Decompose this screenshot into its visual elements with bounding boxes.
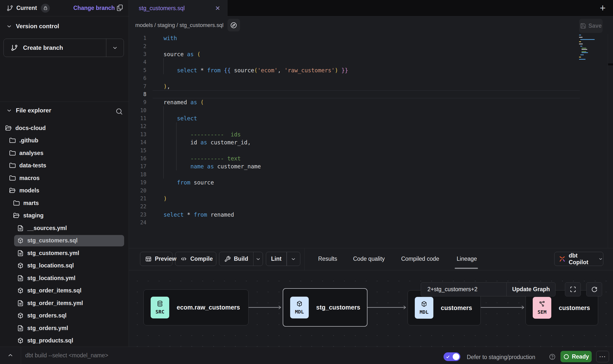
ring-icon [563, 354, 569, 360]
tree-file[interactable]: stg_orders.yml [0, 322, 129, 335]
copy-branch-icon[interactable] [116, 4, 124, 13]
fullscreen-button[interactable] [565, 282, 581, 296]
lineage-graph-panel[interactable]: SRCecom.raw_customersMDLstg_customersMDL… [129, 271, 613, 347]
code-line[interactable]: 16 ---------- text [129, 155, 608, 162]
code-line[interactable]: 12 [129, 122, 608, 130]
code-line[interactable]: 13 ---------- ids [129, 130, 608, 138]
compile-button[interactable]: Compile [175, 252, 216, 266]
tree-file[interactable]: stg_order_items.sql [0, 285, 129, 297]
code-line[interactable]: 1with [129, 34, 608, 42]
lock-icon [43, 6, 48, 10]
lint-menu-button[interactable] [287, 256, 300, 262]
build-menu-button[interactable] [253, 256, 263, 262]
line-number: 18 [129, 172, 151, 178]
update-graph-button[interactable]: Update Graph [507, 283, 555, 296]
fullscreen-icon [570, 286, 576, 293]
file-tree: docs-cloud.githubanalysesdata-testsmacro… [0, 122, 129, 347]
tree-file[interactable]: stg_locations.yml [0, 272, 129, 285]
code-line[interactable]: 20 [129, 186, 608, 194]
lineage-node-mdl-stg-customers[interactable]: MDLstg_customers [283, 288, 367, 327]
dbt-ide-app: Current Change branch stg_customers.sql … [0, 0, 613, 364]
code-line[interactable]: 11 select [129, 114, 608, 122]
code-line[interactable]: 18 [129, 171, 608, 179]
tab-results[interactable]: Results [318, 256, 337, 262]
create-branch-button[interactable]: Create branch [3, 39, 124, 57]
tree-file[interactable]: stg_customers.sql [0, 234, 129, 247]
tree-file[interactable]: stg_customers.yml [0, 247, 129, 260]
code-text: name as customer_name [153, 163, 261, 170]
code-line[interactable]: 22 [129, 203, 608, 210]
lineage-edge [367, 307, 406, 308]
code-text: renamed as ( [153, 99, 204, 105]
tree-folder[interactable]: docs-cloud [0, 122, 129, 134]
tree-file[interactable]: stg_products.sql [0, 335, 129, 347]
section-title: Version control [16, 23, 59, 30]
tree-folder[interactable]: analyses [0, 147, 129, 159]
code-line[interactable]: 3source as ( [129, 50, 608, 58]
new-tab-button[interactable]: + [600, 3, 606, 13]
code-line[interactable]: 5 select * from {{ source('ecom', 'raw_c… [129, 66, 608, 74]
tab-compiled-code[interactable]: Compiled code [401, 256, 439, 262]
code-line[interactable]: 19 from source [129, 179, 608, 186]
tree-folder[interactable]: models [0, 184, 129, 197]
more-options-button[interactable]: ⋯ [596, 351, 609, 362]
code-line[interactable]: 23select * from renamed [129, 211, 608, 219]
copilot-compass-button[interactable] [227, 19, 240, 31]
line-number: 17 [129, 163, 151, 169]
tree-file[interactable]: __sources.yml [0, 222, 129, 234]
cube-icon [17, 237, 24, 244]
defer-toggle[interactable] [444, 352, 460, 361]
tree-file[interactable]: stg_locations.sql [0, 260, 129, 272]
tree-folder[interactable]: staging [0, 209, 129, 222]
version-control-section-header[interactable]: Version control [0, 21, 129, 32]
code-line[interactable]: 4 [129, 58, 608, 66]
tree-folder[interactable]: macros [0, 172, 129, 184]
dbt-copilot-button[interactable]: dbt Copilot [554, 252, 603, 266]
tree-folder[interactable]: marts [0, 197, 129, 209]
minimap[interactable] [579, 35, 596, 62]
cube-icon [17, 337, 24, 344]
section-title: File explorer [16, 107, 51, 114]
status-badge[interactable]: Ready [560, 351, 592, 362]
line-number: 5 [129, 67, 151, 73]
save-icon [580, 23, 586, 29]
tab-code-quality[interactable]: Code quality [353, 256, 385, 262]
tree-file[interactable]: stg_orders.sql [0, 310, 129, 322]
code-line[interactable]: 21) [129, 195, 608, 203]
collapse-panel-button[interactable] [7, 352, 14, 360]
change-branch-link[interactable]: Change branch [73, 5, 115, 11]
code-line[interactable]: 24 [129, 219, 608, 227]
code-line[interactable]: 14 id as customer_id, [129, 138, 608, 146]
code-line[interactable]: 15 [129, 146, 608, 154]
code-editor[interactable]: 1with23source as (45 select * from {{ so… [129, 34, 608, 248]
tab-lineage[interactable]: Lineage [457, 256, 477, 262]
current-branch-chip[interactable]: Current [6, 4, 50, 13]
code-line[interactable]: 2 [129, 42, 608, 50]
search-icon[interactable] [115, 107, 123, 116]
close-tab-icon[interactable]: ✕ [215, 5, 220, 12]
build-button[interactable]: Build [219, 252, 263, 266]
folder-icon [9, 162, 16, 169]
code-line[interactable]: 8 [129, 90, 608, 98]
preview-button[interactable]: Preview [140, 252, 172, 266]
breadcrumb[interactable]: models / staging / stg_customers.sql [135, 22, 223, 28]
tab-stg-customers[interactable]: stg_customers.sql ✕ [129, 0, 227, 16]
lineage-selector-input[interactable]: 2+stg_customers+2 [421, 283, 506, 296]
lint-button[interactable]: Lint [266, 252, 300, 266]
save-button[interactable]: Save [579, 19, 603, 33]
code-line[interactable]: 10 [129, 106, 608, 114]
help-icon[interactable] [549, 353, 556, 361]
lineage-node-src-ecom-raw-customers[interactable]: SRCecom.raw_customers [143, 289, 249, 325]
code-line[interactable]: 6 [129, 74, 608, 82]
create-branch-menu-button[interactable] [106, 45, 124, 51]
code-line[interactable]: 17 name as customer_name [129, 162, 608, 170]
refresh-button[interactable] [586, 282, 602, 296]
command-input[interactable]: dbt build --select <model_name> [25, 352, 108, 359]
tree-folder[interactable]: .github [0, 134, 129, 147]
tree-folder[interactable]: data-tests [0, 159, 129, 172]
scrollbar-thumb[interactable] [608, 63, 613, 65]
tree-file[interactable]: stg_order_items.yml [0, 297, 129, 310]
code-line[interactable]: 7), [129, 82, 608, 90]
code-line[interactable]: 9renamed as ( [129, 98, 608, 106]
file-explorer-section-header[interactable]: File explorer [0, 105, 129, 116]
